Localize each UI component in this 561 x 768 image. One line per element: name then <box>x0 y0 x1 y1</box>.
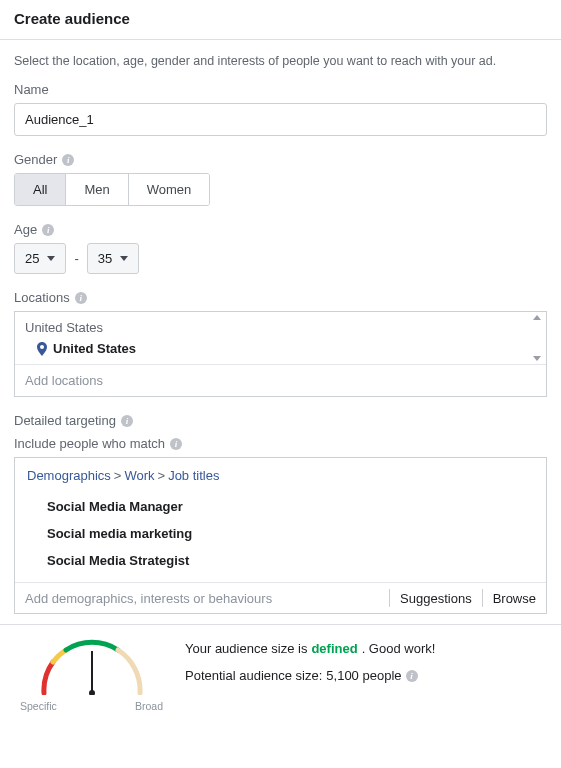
targeting-item[interactable]: Social Media Strategist <box>27 547 534 574</box>
caret-down-icon <box>47 256 55 261</box>
age-section: Age i 25 - 35 <box>14 222 547 274</box>
scroll-up-icon[interactable] <box>533 315 541 320</box>
add-locations-input[interactable]: Add locations <box>15 364 546 396</box>
info-icon[interactable]: i <box>62 154 74 166</box>
gauge-icon <box>32 635 152 695</box>
age-max-select[interactable]: 35 <box>87 243 139 274</box>
name-label: Name <box>14 82 547 97</box>
gender-option-all[interactable]: All <box>15 174 66 205</box>
include-match-label: Include people who match i <box>14 436 547 451</box>
gender-section: Gender i All Men Women <box>14 152 547 206</box>
age-label: Age i <box>14 222 547 237</box>
info-icon[interactable]: i <box>406 670 418 682</box>
breadcrumb-link[interactable]: Work <box>124 468 154 483</box>
audience-name-input[interactable] <box>14 103 547 136</box>
gender-segmented-control: All Men Women <box>14 173 210 206</box>
locations-label: Locations i <box>14 290 547 305</box>
targeting-breadcrumb: Demographics>Work>Job titles <box>27 468 534 483</box>
gender-option-men[interactable]: Men <box>66 174 128 205</box>
locations-section: Locations i United States United States … <box>14 290 547 397</box>
locations-box: United States United States Add location… <box>14 311 547 397</box>
breadcrumb-link[interactable]: Job titles <box>168 468 219 483</box>
suggestions-button[interactable]: Suggestions <box>400 591 472 606</box>
name-section: Name <box>14 82 547 136</box>
info-icon[interactable]: i <box>75 292 87 304</box>
dialog-header: Create audience <box>0 0 561 40</box>
caret-down-icon <box>120 256 128 261</box>
gauge-broad-label: Broad <box>135 700 163 712</box>
intro-text: Select the location, age, gender and int… <box>14 54 547 68</box>
svg-point-1 <box>89 690 95 695</box>
info-icon[interactable]: i <box>170 438 182 450</box>
potential-size-line: Potential audience size: 5,100 people i <box>185 668 547 683</box>
locations-scrollbar[interactable] <box>529 313 545 363</box>
targeting-item[interactable]: Social Media Manager <box>27 493 534 520</box>
locations-list: United States United States <box>15 312 546 364</box>
location-item[interactable]: United States <box>25 339 528 358</box>
gender-label: Gender i <box>14 152 547 167</box>
browse-button[interactable]: Browse <box>493 591 536 606</box>
breadcrumb-link[interactable]: Demographics <box>27 468 111 483</box>
divider <box>482 589 483 607</box>
targeting-item[interactable]: Social media marketing <box>27 520 534 547</box>
dialog-body: Select the location, age, gender and int… <box>0 40 561 624</box>
gauge-specific-label: Specific <box>20 700 57 712</box>
add-targeting-input[interactable]: Add demographics, interests or behaviour… <box>25 591 379 606</box>
audience-size-footer: Specific Broad Your audience size is def… <box>0 624 561 726</box>
audience-gauge: Specific Broad <box>14 635 169 712</box>
divider <box>389 589 390 607</box>
potential-size-value: 5,100 people <box>326 668 401 683</box>
targeting-footer: Add demographics, interests or behaviour… <box>15 582 546 613</box>
targeting-box: Demographics>Work>Job titles Social Medi… <box>14 457 547 614</box>
detailed-targeting-label: Detailed targeting i <box>14 413 547 428</box>
gender-option-women[interactable]: Women <box>129 174 210 205</box>
location-group-label: United States <box>25 318 528 339</box>
dialog-title: Create audience <box>14 10 547 27</box>
map-pin-icon <box>37 342 47 356</box>
info-icon[interactable]: i <box>42 224 54 236</box>
audience-status-line: Your audience size is defined. Good work… <box>185 641 547 656</box>
age-min-select[interactable]: 25 <box>14 243 66 274</box>
audience-status-word: defined <box>311 641 357 656</box>
scroll-down-icon[interactable] <box>533 356 541 361</box>
info-icon[interactable]: i <box>121 415 133 427</box>
age-range-separator: - <box>74 251 78 266</box>
audience-info: Your audience size is defined. Good work… <box>185 635 547 695</box>
